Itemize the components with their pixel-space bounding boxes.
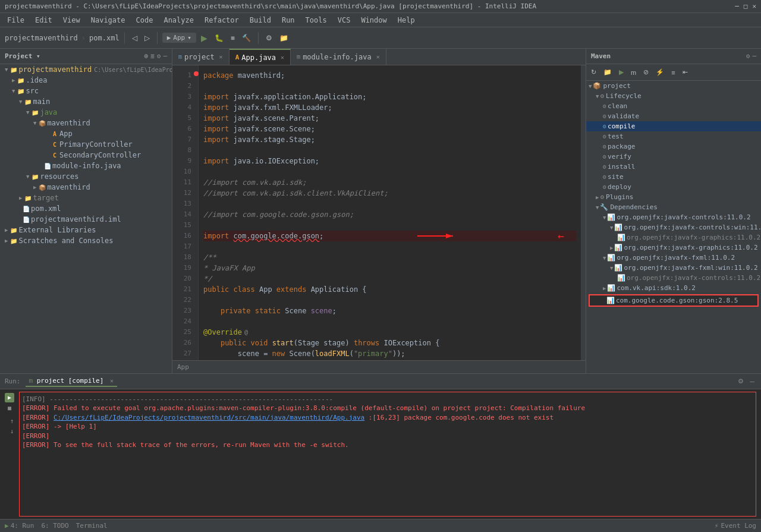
tab-run[interactable]: m project [compile] ✕ xyxy=(26,376,118,387)
tree-maventhird[interactable]: ▼ 📦 maventhird xyxy=(0,118,172,128)
tree-app[interactable]: A App xyxy=(0,128,172,139)
menu-refactor[interactable]: Refactor xyxy=(200,15,244,26)
todo-status[interactable]: 6: TODO xyxy=(41,522,68,530)
maven-refresh-btn[interactable]: ↻ xyxy=(589,67,599,77)
run-status[interactable]: ▶ 4: Run xyxy=(5,522,34,530)
tab-app-java[interactable]: A App.java ✕ xyxy=(229,49,291,65)
menu-analyze[interactable]: Analyze xyxy=(159,15,199,26)
tree-secondary-controller[interactable]: C SecondaryController xyxy=(0,150,172,160)
maven-deploy[interactable]: ⚙ deploy xyxy=(586,182,761,192)
menu-window[interactable]: Window xyxy=(356,15,391,26)
tab-module-info[interactable]: m module-info.java ✕ xyxy=(291,49,386,65)
scroll-up-btn[interactable]: ↑ xyxy=(5,417,19,426)
sidebar-icon3[interactable]: ⚙ xyxy=(157,52,161,60)
tab-project-close[interactable]: ✕ xyxy=(219,53,223,60)
maven-dep-javafx-controls-omitted2[interactable]: 📊 org.openjfx:javafx-controls:11.0.2 (om… xyxy=(586,273,761,283)
console-minimize-btn[interactable]: ─ xyxy=(748,377,756,386)
tree-idea[interactable]: ▶ 📁 .idea xyxy=(0,75,172,86)
maven-generate-btn[interactable]: ⚡ xyxy=(653,67,666,77)
code-content[interactable]: package maventhird; import javafx.applic… xyxy=(199,65,581,360)
run-stop-btn[interactable]: ■ xyxy=(5,404,14,413)
maximize-btn[interactable]: □ xyxy=(744,2,748,10)
maven-dep-gson[interactable]: 📊 com.google.code.gson:gson:2.8.5 xyxy=(589,294,759,307)
menu-vcs[interactable]: VCS xyxy=(333,15,356,26)
forward-btn[interactable]: ▷ xyxy=(142,33,152,43)
run-tab-close[interactable]: ✕ xyxy=(110,377,114,384)
menu-code[interactable]: Code xyxy=(131,15,158,26)
tree-resources-maventhird[interactable]: ▶ 📦 maventhird xyxy=(0,182,172,193)
maven-more-btn[interactable]: ≡ xyxy=(669,68,677,77)
maven-dep-javafx-fxml[interactable]: ▼ 📊 org.openjfx:javafx-fxml:11.0.2 xyxy=(586,253,761,263)
menu-file[interactable]: File xyxy=(2,15,29,26)
menu-navigate[interactable]: Navigate xyxy=(86,15,130,26)
maven-project[interactable]: ▼ 📦 project xyxy=(586,81,761,91)
tree-src[interactable]: ▼ 📁 src xyxy=(0,86,172,96)
maven-clean[interactable]: ⚙ clean xyxy=(586,101,761,111)
event-log-label[interactable]: Event Log xyxy=(721,522,756,530)
maven-dep-javafx-controls[interactable]: ▼ 📊 org.openjfx:javafx-controls:11.0.2 xyxy=(586,212,761,222)
tree-resources[interactable]: ▼ 📁 resources xyxy=(0,171,172,182)
maven-dep-vk-sdk[interactable]: ▶ 📊 com.vk.api:sdk:1.0.2 xyxy=(586,283,761,293)
maven-lifecycle-folder[interactable]: ▼ ⚙ Lifecycle xyxy=(586,91,761,101)
maven-debug-btn[interactable]: m xyxy=(628,68,639,77)
scroll-down-btn[interactable]: ↓ xyxy=(5,427,19,436)
maven-plugins-folder[interactable]: ▶ ⚙ Plugins xyxy=(586,192,761,202)
minimize-btn[interactable]: ─ xyxy=(735,2,739,10)
maven-dependencies-folder[interactable]: ▼ 🔧 Dependencies xyxy=(586,202,761,212)
terminal-status[interactable]: Terminal xyxy=(76,522,108,530)
maven-compile[interactable]: ⚙ compile xyxy=(586,121,761,131)
maven-add-btn[interactable]: 📁 xyxy=(601,67,614,77)
console-output[interactable]: ▶ ■ ↑ ↓ [INFO] -------------------------… xyxy=(0,389,761,519)
maven-skip-btn[interactable]: ⊘ xyxy=(641,67,651,77)
settings-btn[interactable]: ⚙ xyxy=(263,33,275,43)
maven-verify[interactable]: ⚙ verify xyxy=(586,152,761,162)
tab-module-close[interactable]: ✕ xyxy=(376,53,380,60)
error-link[interactable]: C:/Users/fLipE/IdeaProjects/projectmaven… xyxy=(54,414,364,421)
tree-java[interactable]: ▼ 📁 java xyxy=(0,107,172,118)
back-btn[interactable]: ◁ xyxy=(130,33,140,43)
menu-run[interactable]: Run xyxy=(277,15,300,26)
vcs-btn[interactable]: 📁 xyxy=(277,33,291,43)
menu-edit[interactable]: Edit xyxy=(30,15,57,26)
maven-dep-javafx-graphics-omitted1[interactable]: 📊 org.openjfx:javafx-graphics:11.0.2 (om… xyxy=(586,232,761,243)
maven-install[interactable]: ⚙ install xyxy=(586,162,761,172)
maven-minimize-icon[interactable]: ─ xyxy=(752,52,756,60)
tab-app-close[interactable]: ✕ xyxy=(281,54,284,61)
tree-pom[interactable]: 📄 pom.xml xyxy=(0,203,172,214)
tree-scratches[interactable]: ▶ 📁 Scratches and Consoles xyxy=(0,235,172,246)
menu-view[interactable]: View xyxy=(58,15,85,26)
console-settings-btn[interactable]: ⚙ xyxy=(736,377,746,386)
tree-ext-libs[interactable]: ▶ 📁 External Libraries xyxy=(0,225,172,235)
maven-package[interactable]: ⚙ package xyxy=(586,141,761,152)
maven-run-btn[interactable]: ▶ xyxy=(617,67,626,77)
maven-settings-icon[interactable]: ⚙ xyxy=(746,52,750,60)
maven-collapse-btn[interactable]: ⇤ xyxy=(680,67,690,77)
tree-root[interactable]: ▼ 📁 projectmaventhird C:\Users\fLipE\Ide… xyxy=(0,64,172,75)
tree-primary-controller[interactable]: C PrimaryController xyxy=(0,139,172,150)
maven-dep-javafx-controls-win[interactable]: ▼ 📊 org.openjfx:javafx-controls:win:11.0… xyxy=(586,222,761,232)
run-btn[interactable]: ▶ xyxy=(199,32,210,44)
tree-iml[interactable]: 📄 projectmaventhird.iml xyxy=(0,214,172,225)
run-play-btn[interactable]: ▶ xyxy=(5,393,14,402)
menu-help[interactable]: Help xyxy=(393,15,420,26)
tree-module-info[interactable]: 📄 module-info.java xyxy=(0,160,172,171)
scrollbar-right[interactable] xyxy=(581,65,586,360)
sidebar-icon1[interactable]: ⊕ xyxy=(144,52,149,60)
menu-tools[interactable]: Tools xyxy=(301,15,332,26)
rebuild-btn[interactable]: 🔨 xyxy=(240,33,253,43)
maven-dep-javafx-fxml-win[interactable]: ▼ 📊 org.openjfx:javafx-fxml:win:11.0.2 xyxy=(586,263,761,273)
sidebar-icon4[interactable]: ─ xyxy=(163,52,167,60)
maven-dep-javafx-graphics[interactable]: ▶ 📊 org.openjfx:javafx-graphics:11.0.2 xyxy=(586,243,761,253)
tree-main[interactable]: ▼ 📁 main xyxy=(0,96,172,107)
menu-build[interactable]: Build xyxy=(245,15,276,26)
debug-btn[interactable]: 🐛 xyxy=(212,33,226,43)
maven-validate[interactable]: ⚙ validate xyxy=(586,111,761,121)
tree-target[interactable]: ▶ 📁 target xyxy=(0,193,172,203)
close-btn[interactable]: ✕ xyxy=(752,2,756,10)
stop-btn[interactable]: ■ xyxy=(228,33,237,43)
sidebar-icon2[interactable]: ≡ xyxy=(150,52,155,60)
code-editor[interactable]: 1234567891011121314151617181920212223242… xyxy=(172,65,586,360)
maven-test[interactable]: ⚙ test xyxy=(586,131,761,141)
maven-site[interactable]: ⚙ site xyxy=(586,172,761,182)
tab-project[interactable]: m project ✕ xyxy=(172,49,229,65)
